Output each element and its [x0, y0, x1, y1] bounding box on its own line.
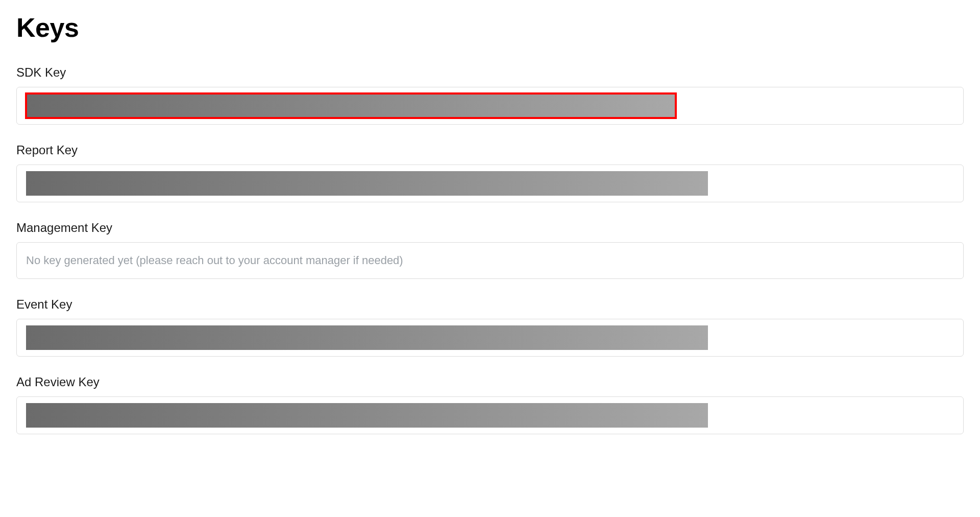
event-key-label: Event Key: [16, 297, 964, 312]
ad-review-key-group: Ad Review Key: [16, 375, 964, 434]
sdk-key-group: SDK Key: [16, 65, 964, 125]
event-key-field[interactable]: [16, 319, 964, 357]
management-key-field[interactable]: No key generated yet (please reach out t…: [16, 242, 964, 279]
event-key-redacted-value: [26, 325, 708, 350]
event-key-group: Event Key: [16, 297, 964, 357]
report-key-label: Report Key: [16, 143, 964, 157]
page-title: Keys: [16, 12, 964, 43]
report-key-group: Report Key: [16, 143, 964, 202]
sdk-key-redacted-value: [26, 93, 676, 118]
management-key-label: Management Key: [16, 221, 964, 235]
report-key-redacted-value: [26, 171, 708, 196]
management-key-group: Management Key No key generated yet (ple…: [16, 221, 964, 279]
ad-review-key-label: Ad Review Key: [16, 375, 964, 389]
ad-review-key-field[interactable]: [16, 396, 964, 434]
management-key-placeholder: No key generated yet (please reach out t…: [26, 254, 403, 267]
sdk-key-field[interactable]: [16, 87, 964, 125]
sdk-key-label: SDK Key: [16, 65, 964, 80]
report-key-field[interactable]: [16, 165, 964, 202]
ad-review-key-redacted-value: [26, 403, 708, 428]
